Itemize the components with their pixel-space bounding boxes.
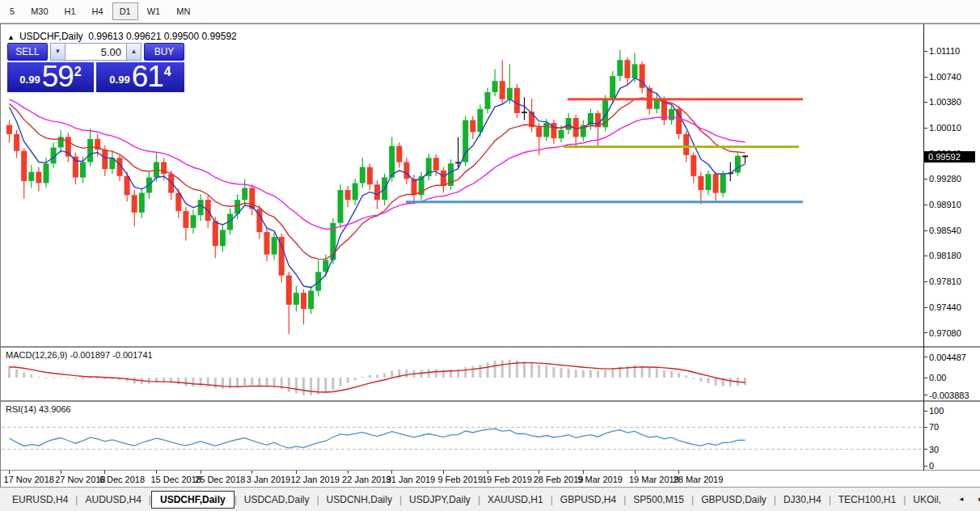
- price-axis-border: [923, 24, 924, 471]
- trading-platform-window: 5M30H1H4D1W1MN ▲USDCHF,Daily 0.99613 0.9…: [0, 0, 980, 511]
- timeframe-toolbar: 5M30H1H4D1W1MN: [0, 0, 980, 23]
- chart-tab-dj30-h4[interactable]: DJ30,H4: [776, 491, 829, 509]
- date-axis-tick: [488, 471, 488, 474]
- date-axis-label: 6 Dec 2018: [99, 475, 145, 484]
- date-axis-label: 19 Feb 2019: [482, 475, 532, 484]
- date-axis-label: 17 Nov 2018: [4, 475, 54, 484]
- chart-title-bar: ▲USDCHF,Daily 0.99613 0.99621 0.99500 0.…: [7, 31, 237, 42]
- timeframe-button-5[interactable]: 5: [2, 2, 22, 20]
- date-axis-tick: [9, 471, 10, 474]
- macd-axis-label: 0.00: [929, 373, 946, 382]
- macd-label: MACD(12,26,9) -0.001897 -0.001741: [6, 350, 153, 360]
- timeframe-button-h4[interactable]: H4: [85, 2, 111, 20]
- chart-tab-usdchf-daily[interactable]: USDCHF,Daily: [151, 491, 234, 509]
- date-axis-tick: [635, 471, 636, 474]
- volume-input[interactable]: [65, 43, 126, 61]
- chart-symbol-title: USDCHF,Daily: [19, 31, 83, 42]
- date-axis-tick: [443, 471, 444, 474]
- date-axis-tick: [251, 471, 252, 474]
- sell-price-display[interactable]: 0.99 59 2: [7, 62, 94, 92]
- timeframe-button-d1[interactable]: D1: [112, 2, 138, 20]
- chart-tab-audusd-h4[interactable]: AUDUSD,H4: [78, 491, 148, 509]
- price-axis-label: 0.97080: [929, 328, 961, 338]
- pane-separator[interactable]: [1, 400, 980, 402]
- date-axis-tick: [348, 471, 348, 474]
- chart-ohlc-readout: 0.99613 0.99621 0.99500 0.99592: [88, 31, 237, 42]
- chart-tab-eurusd-h4[interactable]: EURUSD,H4: [5, 491, 75, 509]
- price-axis-label: 1.00740: [929, 72, 961, 82]
- tab-scroll-right-icon[interactable]: ►: [974, 493, 980, 505]
- date-axis-label: 28 Mar 2019: [674, 475, 724, 484]
- date-axis-tick: [104, 471, 105, 474]
- collapse-panel-icon[interactable]: ▲: [7, 33, 15, 41]
- chart-tab-usdjpy-daily[interactable]: USDJPY,Daily: [402, 491, 478, 509]
- date-axis-label: 25 Dec 2018: [195, 475, 245, 484]
- volume-increase-button[interactable]: ▲: [126, 43, 142, 61]
- date-axis-tick: [583, 471, 584, 474]
- macd-axis-tick: [923, 357, 927, 357]
- price-axis-label: 0.98540: [929, 226, 961, 235]
- rsi-axis-tick: [923, 449, 927, 450]
- date-axis-tick: [201, 471, 201, 474]
- date-axis[interactable]: 17 Nov 201827 Nov 20186 Dec 201815 Dec 2…: [2, 471, 980, 488]
- current-price-tag: 0.99592: [924, 151, 975, 163]
- price-axis-label: 1.01110: [929, 46, 960, 56]
- date-axis-tick: [296, 471, 297, 474]
- rsi-axis-label: 0: [929, 461, 934, 471]
- buy-price-big: 61: [132, 62, 163, 91]
- timeframe-button-w1[interactable]: W1: [140, 2, 168, 20]
- date-axis-tick: [678, 471, 679, 474]
- price-axis-tick: [923, 332, 927, 333]
- sell-button[interactable]: SELL: [7, 43, 48, 61]
- sell-price-prefix: 0.99: [19, 74, 40, 86]
- date-axis-label: 22 Jan 2019: [342, 475, 391, 484]
- price-axis-label: 1.00010: [929, 123, 961, 133]
- rsi-axis-tick: [923, 466, 927, 467]
- chart-tab-xauusd-h1[interactable]: XAUUSD,H1: [480, 491, 551, 509]
- buy-price-display[interactable]: 0.99 61 4: [96, 62, 184, 92]
- timeframe-button-list: 5M30H1H4D1W1MN: [2, 2, 198, 20]
- price-axis-tick: [923, 205, 927, 205]
- date-axis-tick: [391, 471, 392, 474]
- macd-axis-tick: [923, 378, 927, 378]
- timeframe-button-h1[interactable]: H1: [57, 2, 83, 20]
- macd-axis-label: -0.003883: [929, 391, 969, 400]
- chart-tab-tech100-h1[interactable]: TECH100,H1: [831, 491, 903, 509]
- price-axis-label: 0.98910: [929, 200, 961, 209]
- symbol-tab-list: EURUSD,H4|AUDUSD,H4|USDCHF,Daily|USDCAD,…: [5, 491, 948, 509]
- price-axis-label: 0.97440: [929, 302, 961, 312]
- chart-tab-usdcad-daily[interactable]: USDCAD,Daily: [237, 491, 317, 509]
- timeframe-button-m30[interactable]: M30: [23, 2, 55, 20]
- price-axis-tick: [923, 230, 927, 231]
- macd-axis-label: 0.004487: [929, 353, 966, 362]
- rsi-axis-label: 70: [929, 422, 939, 432]
- chart-tab-usdcnh-daily[interactable]: USDCNH,Daily: [319, 491, 399, 509]
- price-axis-tick: [923, 179, 927, 179]
- macd-axis-tick: [923, 395, 927, 395]
- pane-separator[interactable]: [1, 346, 980, 348]
- date-axis-label: 9 Feb 2019: [437, 475, 483, 484]
- chart-tab-sp500-m15[interactable]: SP500,M15: [626, 491, 691, 509]
- price-axis-tick: [923, 256, 927, 256]
- buy-price-pip: 4: [164, 65, 171, 79]
- chart-tab-ukoil-[interactable]: UKOil,: [906, 491, 948, 509]
- chart-tab-gbpusd-h4[interactable]: GBPUSD,H4: [553, 491, 623, 509]
- price-axis-tick: [923, 128, 927, 129]
- rsi-axis-tick: [923, 411, 927, 412]
- timeframe-button-mn[interactable]: MN: [169, 2, 197, 20]
- price-axis-label: 1.00380: [929, 97, 961, 107]
- one-click-trading-widget: SELL ▼ ▲ BUY 0.99 59 2 0.99 61 4: [7, 43, 184, 92]
- buy-button[interactable]: BUY: [144, 43, 184, 61]
- toolbar-separator: [203, 2, 204, 20]
- rsi-axis-label: 30: [929, 445, 939, 454]
- rsi-indicator-pane[interactable]: [2, 402, 923, 470]
- chart-tab-gbpusd-daily[interactable]: GBPUSD,Daily: [694, 491, 774, 509]
- chart-region: ▲USDCHF,Daily 0.99613 0.99621 0.99500 0.…: [0, 23, 980, 487]
- price-axis-tick: [923, 281, 927, 282]
- date-axis-tick: [61, 471, 61, 474]
- date-axis-tick: [539, 471, 539, 474]
- date-axis-label: 12 Jan 2019: [290, 475, 340, 484]
- tab-scroll-left-icon[interactable]: ◄: [955, 493, 968, 505]
- price-axis-label: 0.99280: [929, 174, 961, 184]
- volume-decrease-button[interactable]: ▼: [50, 43, 65, 61]
